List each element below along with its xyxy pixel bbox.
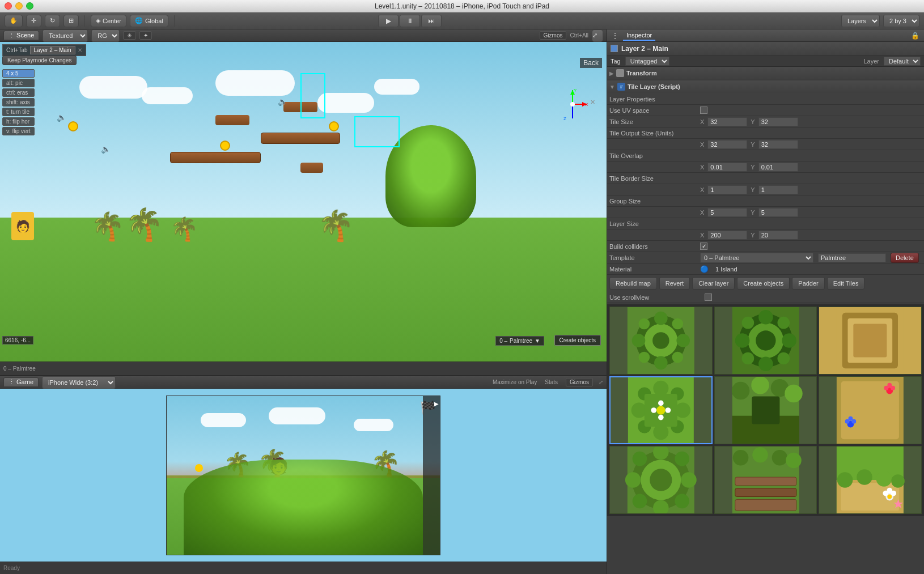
pause-button[interactable]: ⏸ [400,15,420,27]
layer-size-x-input[interactable]: 200 [707,231,747,240]
close-button[interactable] [5,2,12,10]
scene-canvas[interactable]: 🧑 [0,42,607,362]
game-maximize[interactable]: ⤢ [599,379,603,385]
palette-tile-6[interactable] [819,376,922,444]
maximize-on-play[interactable]: Maximize on Play [493,379,537,385]
layer-dropdown[interactable]: Default [884,57,921,66]
tile-border-x-input[interactable]: 1 [707,185,747,194]
size-tool[interactable]: 4 x 5 [2,69,35,78]
transform-fold-arrow: ▶ [609,70,614,76]
tile-size-y-input[interactable]: 32 [758,117,798,126]
game-gizmos-button[interactable]: Gizmos [566,378,593,386]
scene-icon: ⋮ [9,32,15,39]
scene-mode-dropdown[interactable]: Textured [43,29,88,42]
rebuild-map-button[interactable]: Rebuild map [609,277,657,290]
layout-dropdown[interactable]: 2 by 3 [883,15,919,27]
edit-tiles-button[interactable]: Edit Tiles [827,277,865,290]
scene-maximize-button[interactable]: ⤢ [592,29,603,42]
game-right-arrow: ▶ [434,401,439,407]
play-button[interactable]: ▶ [378,15,399,27]
tile-overlap-xy: X 0.01 Y 0.01 [700,163,798,172]
tile-border-y-input[interactable]: 1 [758,185,798,194]
scale-tool-button[interactable]: ⊞ [63,15,79,27]
scene-fx-button[interactable]: ✦ [139,31,152,40]
palette-tile-1[interactable] [609,307,713,375]
scene-tab[interactable]: ⋮ Scene [3,31,39,40]
scene-lighting-button[interactable]: ☀ [123,31,136,40]
separator-1 [84,15,85,27]
ctrl-all-label: Ctrl+All [570,32,588,39]
flip-hor-tool[interactable]: h: flip hor [2,117,35,126]
traffic-lights[interactable] [5,2,33,10]
center-pivot-button[interactable]: ◈ Center [91,15,126,27]
game-canvas[interactable]: 🌴 🌴 🌴 🧑 🏁 ▶ [0,389,607,562]
inspector-tab[interactable]: Inspector [623,31,655,41]
step-button[interactable]: ⏭ [421,15,442,27]
shift-axis-tool[interactable]: shift: axis [2,98,35,107]
flip-vert-tool[interactable]: v: flip vert [2,127,35,135]
delete-template-button[interactable]: Delete [891,253,919,263]
padder-button[interactable]: Padder [792,277,824,290]
tile-overlap-x-input[interactable]: 0.01 [707,163,747,172]
rgb-dropdown[interactable]: RGB [91,29,120,42]
build-colliders-checkbox[interactable] [700,243,707,250]
keep-playmode-button[interactable]: Keep Playmode Changes [2,56,77,65]
palmtree-dropdown[interactable]: 0 – Palmtree ▼ [495,336,544,346]
svg-point-20 [672,352,683,363]
tile-output-y-input[interactable]: 32 [758,140,798,149]
object-enabled-checkbox[interactable] [611,45,618,52]
global-local-button[interactable]: 🌐 Global [130,15,168,27]
palette-tile-2[interactable] [714,307,817,375]
create-objects-button[interactable]: Create objects [737,277,790,290]
game-scene-inner: 🌴 🌴 🌴 🧑 🏁 ▶ [166,396,440,555]
stats-button[interactable]: Stats [545,379,558,385]
layer-props-label: Layer Properties [609,96,700,103]
back-label[interactable]: Back [580,58,602,68]
tag-dropdown[interactable]: Untagged [625,57,669,66]
game-tab[interactable]: ⋮ Game [3,377,39,387]
alt-pick-tool[interactable]: alt: pic [2,79,35,87]
rotate-tool-button[interactable]: ↻ [45,15,60,27]
template-name-input[interactable] [818,253,886,262]
use-uv-checkbox[interactable] [700,107,707,114]
palette-tile-7[interactable] [609,446,713,514]
create-objects-button[interactable]: Create objects [554,335,601,346]
palette-tile-3[interactable] [819,307,922,375]
inspector-lock-icon[interactable]: 🔒 [911,32,919,40]
tile-border-y-label: Y [751,186,755,193]
hand-tool-button[interactable]: ✋ [5,15,23,27]
transform-header[interactable]: ▶ Transform [607,67,924,79]
maximize-button[interactable] [26,2,33,10]
layers-dropdown[interactable]: Layers [841,15,880,27]
use-scrollview-checkbox[interactable] [705,294,712,301]
ctrl-erase-tool[interactable]: ctrl: eras [2,88,35,97]
ctrl-tab-layer-name[interactable]: Layer 2 – Main [30,46,75,54]
audio-icon-1: 🔈 [57,113,66,122]
tile-overlap-row: Tile Overlap [607,150,924,161]
template-dropdown[interactable]: 0 – Palmtree [700,253,813,263]
tile-size-x-input[interactable]: 32 [707,117,747,126]
main-toolbar: ✋ ✛ ↻ ⊞ ◈ Center 🌐 Global ▶ ⏸ ⏭ Layers 2… [0,12,924,29]
move-tool-button[interactable]: ✛ [26,15,41,27]
group-size-x-input[interactable]: 5 [707,208,747,217]
cloud-1 [79,76,147,99]
group-size-y-input[interactable]: 5 [758,208,798,217]
gizmos-button[interactable]: Gizmos [540,31,567,40]
palette-tile-4[interactable] [609,376,713,444]
clear-layer-button[interactable]: Clear layer [692,277,735,290]
palette-tile-9[interactable] [819,446,922,514]
tile-size-xy: X 32 Y 32 [700,117,798,126]
tag-layer-row: Tag Untagged Layer Default [607,56,924,67]
game-resolution-dropdown[interactable]: iPhone Wide (3:2) [42,376,116,389]
palette-tile-8[interactable] [714,446,817,514]
turn-tile-tool[interactable]: t: turn tile [2,108,35,116]
close-gizmo-button[interactable]: ✕ [590,99,595,106]
tile-output-x-input[interactable]: 32 [707,140,747,149]
revert-button[interactable]: Revert [659,277,690,290]
tile-overlap-y-input[interactable]: 0.01 [758,163,798,172]
layer-size-y-input[interactable]: 20 [758,231,798,240]
ctrl-tab-close[interactable]: ✕ [78,47,82,53]
minimize-button[interactable] [15,2,23,10]
palette-tile-5[interactable] [714,376,817,444]
tile-layer-header[interactable]: ▼ # Tile Layer (Script) [607,80,924,93]
